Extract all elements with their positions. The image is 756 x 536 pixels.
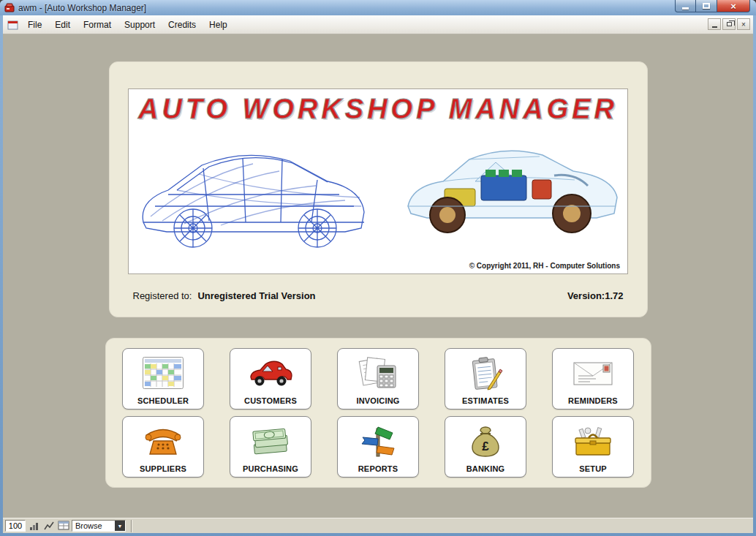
menu-item-format[interactable]: Format (77, 17, 118, 33)
view-mode-value: Browse (72, 521, 115, 530)
minimize-icon (682, 7, 689, 10)
mdi-minimize-button[interactable] (708, 18, 721, 30)
invoice-calculator-icon (358, 356, 398, 390)
purchasing-button[interactable]: PURCHASING (230, 416, 311, 478)
minimize-button[interactable] (675, 0, 696, 12)
statusbar: 100 Browse ▼ (3, 518, 753, 533)
menu-item-file[interactable]: File (21, 17, 48, 33)
small-chart-icon[interactable] (28, 520, 40, 532)
registered-to-value: Unregistered Trial Version (197, 290, 315, 301)
reminders-button[interactable]: REMINDERS (552, 348, 634, 409)
window-title: awm - [Auto Workshop Manager] (18, 3, 146, 13)
copyright-text: © Copyright 2011, RH - Computer Solution… (469, 262, 620, 270)
setup-button[interactable]: SETUP (552, 416, 634, 478)
registered-to-label: Registered to: (133, 290, 192, 301)
button-label: REMINDERS (568, 396, 618, 405)
invoicing-button[interactable]: INVOICING (337, 348, 419, 409)
pound-glyph: £ (482, 439, 489, 453)
customers-button[interactable]: CUSTOMERS (230, 348, 311, 409)
button-label: ESTIMATES (462, 396, 509, 405)
mdi-minimize-icon (712, 26, 717, 28)
button-label: INVOICING (356, 396, 399, 405)
money-bag-icon: £ (467, 424, 504, 458)
main-content: AUTO WORKSHOP MANAGER (3, 34, 753, 518)
reports-button[interactable]: REPORTS (337, 416, 419, 478)
app-window: awm - [Auto Workshop Manager] × File Edi… (0, 0, 756, 536)
child-window-icon (7, 20, 18, 30)
splash-panel: AUTO WORKSHOP MANAGER (109, 61, 648, 317)
button-label: REPORTS (358, 464, 398, 473)
dropdown-arrow-icon: ▼ (115, 521, 125, 531)
wireframe-car-image (133, 130, 374, 262)
menubar: File Edit Format Support Credits Help × (3, 15, 753, 34)
phone-icon (143, 425, 184, 457)
view-mode-select[interactable]: Browse ▼ (72, 520, 126, 532)
button-label: CUSTOMERS (244, 396, 297, 405)
clipboard-icon (468, 355, 503, 390)
button-label: SCHEDULER (137, 396, 189, 405)
mdi-window-controls: × (708, 18, 750, 30)
estimates-button[interactable]: ESTIMATES (445, 348, 526, 409)
button-label: SETUP (579, 464, 607, 473)
statusbar-divider (131, 520, 132, 532)
button-label: PURCHASING (243, 464, 298, 473)
zoom-level[interactable]: 100 (5, 520, 26, 532)
app-icon (4, 3, 15, 12)
engine-car-image (402, 133, 621, 249)
button-label: SUPPLIERS (140, 464, 186, 473)
close-icon: × (730, 1, 736, 12)
maximize-icon (703, 3, 710, 9)
maximize-button[interactable] (696, 0, 717, 12)
scheduler-button[interactable]: SCHEDULER (122, 348, 204, 409)
money-stack-icon (249, 426, 292, 456)
calendar-icon (142, 356, 184, 390)
suppliers-button[interactable]: SUPPLIERS (122, 416, 204, 478)
main-menu-panel: SCHEDULER CUSTOMERS (105, 338, 651, 488)
menu-item-help[interactable]: Help (203, 17, 234, 33)
table-view-icon[interactable] (57, 520, 69, 532)
toolbox-icon (572, 425, 614, 457)
envelope-icon (572, 358, 614, 388)
version-label: Version:1.72 (567, 290, 624, 301)
menu-item-support[interactable]: Support (118, 17, 162, 33)
mdi-close-button[interactable]: × (737, 18, 750, 30)
registration-line: Registered to: Unregistered Trial Versio… (110, 290, 647, 301)
window-controls: × (675, 0, 750, 12)
mdi-close-icon: × (741, 20, 746, 29)
button-label: BANKING (466, 464, 505, 473)
mdi-restore-icon (727, 22, 732, 26)
menu-item-edit[interactable]: Edit (48, 17, 77, 33)
banner-image: AUTO WORKSHOP MANAGER (128, 88, 628, 274)
chart-signpost-icon (358, 424, 398, 458)
mdi-restore-button[interactable] (722, 18, 736, 30)
titlebar: awm - [Auto Workshop Manager] × (0, 0, 756, 15)
large-chart-icon[interactable] (42, 520, 55, 532)
menu-item-credits[interactable]: Credits (162, 17, 203, 33)
banking-button[interactable]: £ BANKING (445, 416, 526, 478)
close-button[interactable]: × (717, 0, 750, 12)
red-car-icon (249, 358, 292, 388)
banner-title: AUTO WORKSHOP MANAGER (129, 94, 627, 125)
